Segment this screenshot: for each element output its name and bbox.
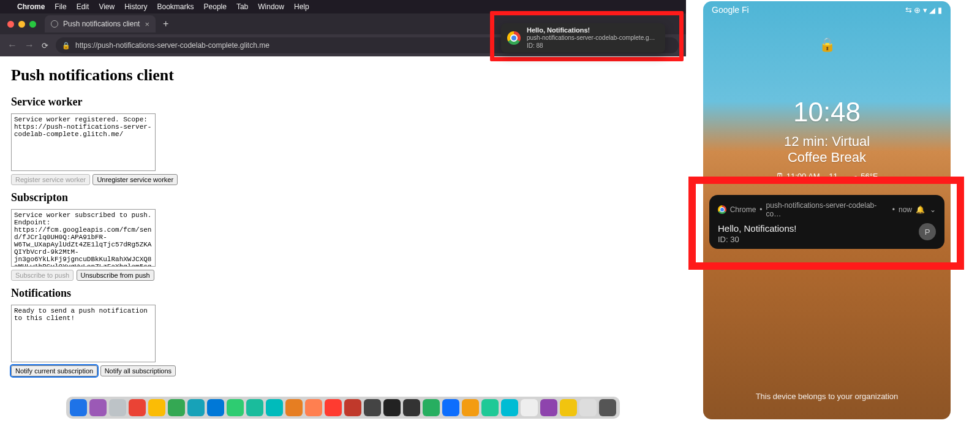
android-notif-body: ID: 30 xyxy=(718,235,936,244)
back-button[interactable]: ← xyxy=(7,40,17,51)
menu-edit[interactable]: Edit xyxy=(77,2,89,11)
menu-people[interactable]: People xyxy=(204,2,227,11)
calendar-line-2: Coffee Break xyxy=(703,150,951,166)
dock-app-icon[interactable] xyxy=(521,399,538,416)
avatar: P xyxy=(919,223,936,240)
tab-close-icon[interactable]: × xyxy=(145,20,149,29)
dot-separator: • xyxy=(892,205,895,214)
subscription-textarea[interactable] xyxy=(11,209,156,267)
new-tab-button[interactable]: + xyxy=(159,18,172,29)
android-notif-title: Hello, Notifications! xyxy=(718,223,936,234)
dock-app-icon[interactable] xyxy=(560,399,577,416)
dock-app-icon[interactable] xyxy=(89,399,107,416)
register-sw-button: Register service worker xyxy=(11,174,90,185)
menu-tab[interactable]: Tab xyxy=(236,2,248,11)
notifications-textarea[interactable] xyxy=(11,305,156,362)
url-text: https://push-notifications-server-codela… xyxy=(75,41,270,50)
dock-app-icon[interactable] xyxy=(462,399,479,416)
globe-icon xyxy=(51,20,58,28)
mac-notif-title: Hello, Notifications! xyxy=(527,26,655,35)
subscribe-button: Subscribe to push xyxy=(11,270,74,281)
dock-app-icon[interactable] xyxy=(168,399,185,416)
page-title: Push notifications client xyxy=(11,66,675,85)
subscription-heading: Subscripton xyxy=(11,191,675,204)
dock-tray xyxy=(66,397,620,419)
dock-app-icon[interactable] xyxy=(207,399,224,416)
dock-app-icon[interactable] xyxy=(501,399,518,416)
forward-button[interactable]: → xyxy=(24,40,34,51)
dock-app-icon[interactable] xyxy=(442,399,459,416)
mac-notification[interactable]: Hello, Notifications! push-notifications… xyxy=(501,23,665,53)
menu-bookmarks[interactable]: Bookmarks xyxy=(157,2,194,11)
phone-footer: This device belongs to your organization xyxy=(703,392,951,401)
dock-app-icon[interactable] xyxy=(481,399,499,416)
calendar-line-1: 12 min: Virtual xyxy=(703,134,951,150)
sw-heading: Service worker xyxy=(11,96,675,109)
dock-app-icon[interactable] xyxy=(129,399,146,416)
menubar-app-name[interactable]: Chrome xyxy=(17,2,45,11)
unsubscribe-button[interactable]: Unsubscribe from push xyxy=(77,270,154,281)
lock-icon: 🔒 xyxy=(703,37,951,53)
dock-app-icon[interactable] xyxy=(187,399,205,416)
mac-notif-body: ID: 88 xyxy=(527,42,655,50)
chrome-icon xyxy=(507,31,521,45)
chevron-down-icon[interactable]: ⌄ xyxy=(930,205,936,214)
notifications-heading: Notifications xyxy=(11,287,675,300)
browser-tab[interactable]: Push notifications client × xyxy=(45,15,156,32)
notify-all-button[interactable]: Notify all subscriptions xyxy=(100,365,176,376)
menu-help[interactable]: Help xyxy=(294,2,309,11)
unregister-sw-button[interactable]: Unregister service worker xyxy=(92,174,178,185)
lock-clock: 10:48 xyxy=(703,97,951,128)
lock-icon: 🔒 xyxy=(62,42,70,50)
sw-status-textarea[interactable] xyxy=(11,113,156,171)
menu-history[interactable]: History xyxy=(124,2,147,11)
menu-window[interactable]: Window xyxy=(258,2,284,11)
dock-app-icon[interactable] xyxy=(227,399,244,416)
carrier-label: Google Fi xyxy=(712,5,749,15)
window-close-icon[interactable] xyxy=(7,21,14,28)
dock-app-icon[interactable] xyxy=(305,399,322,416)
dock-app-icon[interactable] xyxy=(344,399,361,416)
dock-app-icon[interactable] xyxy=(423,399,440,416)
notify-current-button[interactable]: Notify current subscription xyxy=(11,365,97,376)
page-body: Push notifications client Service worker… xyxy=(0,56,686,395)
bell-icon[interactable]: 🔔 xyxy=(916,205,925,214)
mac-notif-source: push-notifications-server-codelab-comple… xyxy=(527,34,655,42)
dock-app-icon[interactable] xyxy=(383,399,401,416)
dot-separator: • xyxy=(760,205,762,214)
dock-app-icon[interactable] xyxy=(403,399,420,416)
dock-app-icon[interactable] xyxy=(325,399,342,416)
window-minimize-icon[interactable] xyxy=(18,21,25,28)
chrome-icon xyxy=(718,205,726,214)
dock-app-icon[interactable] xyxy=(246,399,263,416)
tab-title: Push notifications client xyxy=(63,20,140,28)
notif-app-name: Chrome xyxy=(730,205,756,214)
phone-status-bar: Google Fi ⇆ ⊕ ▾ ◢ ▮ xyxy=(703,1,951,18)
avatar-letter: P xyxy=(925,227,930,237)
dock-app-icon[interactable] xyxy=(579,399,597,416)
dock-app-icon[interactable] xyxy=(599,399,616,416)
window-controls xyxy=(4,21,41,28)
status-icons: ⇆ ⊕ ▾ ◢ ▮ xyxy=(905,6,942,15)
mac-dock xyxy=(0,397,686,419)
notif-source: push-notifications-server-codelab-co… xyxy=(766,201,889,218)
window-fullscreen-icon[interactable] xyxy=(29,21,36,28)
dock-app-icon[interactable] xyxy=(364,399,381,416)
dock-app-icon[interactable] xyxy=(285,399,303,416)
reload-button[interactable]: ⟳ xyxy=(42,41,48,50)
menu-view[interactable]: View xyxy=(99,2,115,11)
dock-app-icon[interactable] xyxy=(540,399,557,416)
dock-app-icon[interactable] xyxy=(148,399,165,416)
notif-time: now xyxy=(899,205,912,214)
android-notification[interactable]: Chrome • push-notifications-server-codel… xyxy=(709,195,944,249)
dock-app-icon[interactable] xyxy=(109,399,126,416)
menu-file[interactable]: File xyxy=(55,2,66,11)
dock-app-icon[interactable] xyxy=(70,399,87,416)
dock-app-icon[interactable] xyxy=(266,399,283,416)
